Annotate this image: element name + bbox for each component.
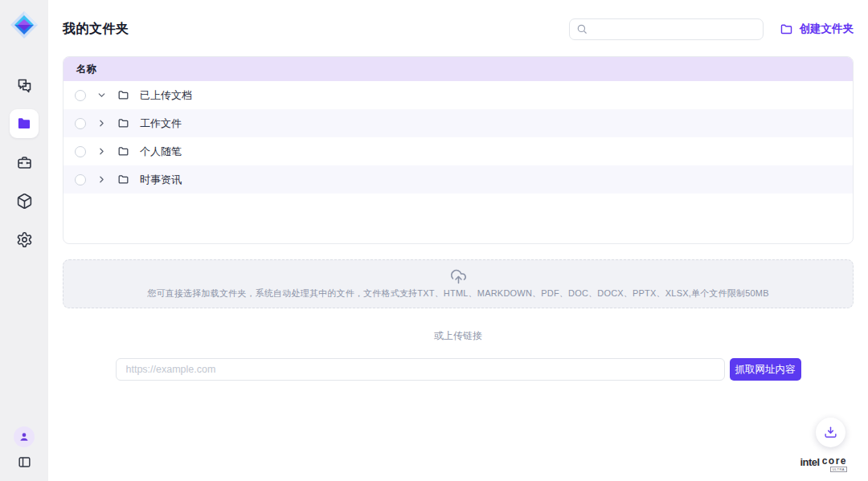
folder-outline-icon	[117, 173, 129, 185]
user-avatar[interactable]	[14, 426, 35, 447]
folder-icon	[16, 116, 32, 132]
row-checkbox[interactable]	[75, 174, 86, 185]
folder-row-label[interactable]: 时事资讯	[140, 173, 182, 187]
chat-icon	[16, 77, 33, 94]
chevron-right-icon[interactable]	[96, 174, 107, 185]
intel-core-logo: intel core ULTRA	[800, 456, 847, 472]
folder-outline-icon	[117, 117, 129, 129]
folder-row-label[interactable]: 个人随笔	[140, 145, 182, 159]
main-content: 我的文件夹 创建文件夹 名称 已上传文档	[48, 0, 868, 481]
download-fab-button[interactable]	[816, 418, 845, 447]
intel-wordmark: intel	[800, 456, 819, 468]
upload-dropzone[interactable]: 您可直接选择加载文件夹，系统自动处理其中的文件，文件格式支持TXT、HTML、M…	[63, 259, 854, 308]
sidebar-item-settings[interactable]	[10, 225, 39, 254]
cloud-upload-icon	[450, 268, 467, 285]
toolbox-icon	[16, 154, 33, 171]
folder-table: 名称 已上传文档 工作文件	[63, 56, 854, 244]
app-logo	[7, 8, 41, 42]
row-checkbox[interactable]	[75, 90, 86, 101]
diamond-logo-icon	[8, 9, 40, 41]
search-icon	[576, 23, 588, 35]
fetch-url-button[interactable]: 抓取网址内容	[730, 358, 801, 381]
table-row-personal-notes[interactable]: 个人随笔	[63, 137, 853, 165]
row-checkbox[interactable]	[75, 118, 86, 129]
page-title: 我的文件夹	[63, 21, 129, 38]
upload-hint-text: 您可直接选择加载文件夹，系统自动处理其中的文件，文件格式支持TXT、HTML、M…	[147, 287, 768, 300]
sidebar-nav	[10, 71, 39, 254]
download-icon	[824, 426, 837, 439]
core-wordmark: core	[822, 456, 847, 466]
user-icon	[18, 431, 30, 442]
sidebar-bottom	[14, 426, 35, 470]
search-input[interactable]	[592, 23, 756, 35]
sidebar-item-chat[interactable]	[10, 71, 39, 100]
folder-outline-icon	[117, 89, 129, 101]
panel-toggle-button[interactable]	[17, 455, 32, 470]
folder-row-label[interactable]: 已上传文档	[140, 88, 192, 103]
folder-outline-icon	[117, 145, 129, 157]
package-icon	[16, 193, 33, 210]
chevron-right-icon[interactable]	[96, 146, 107, 157]
sidebar	[0, 0, 48, 481]
sidebar-item-folders[interactable]	[10, 109, 39, 138]
table-row-news[interactable]: 时事资讯	[63, 165, 853, 194]
table-row-work-files[interactable]: 工作文件	[63, 109, 853, 137]
create-folder-button[interactable]: 创建文件夹	[780, 22, 854, 36]
chevron-down-icon[interactable]	[96, 90, 107, 100]
chevron-right-icon[interactable]	[96, 118, 107, 128]
search-box[interactable]	[569, 18, 764, 40]
create-folder-label: 创建文件夹	[800, 22, 854, 36]
folder-row-label[interactable]: 工作文件	[140, 116, 182, 131]
or-upload-link-label: 或上传链接	[63, 329, 854, 343]
sidebar-item-toolbox[interactable]	[10, 148, 39, 177]
settings-gear-icon	[16, 231, 33, 248]
folder-plus-icon	[780, 22, 793, 36]
url-input[interactable]	[116, 358, 725, 381]
table-row-uploaded-docs[interactable]: 已上传文档	[63, 81, 853, 109]
url-upload-row: 抓取网址内容	[63, 358, 854, 381]
row-checkbox[interactable]	[75, 146, 86, 157]
sidebar-item-package[interactable]	[10, 186, 39, 215]
topbar: 我的文件夹 创建文件夹	[63, 18, 854, 40]
ultra-badge: ULTRA	[830, 467, 847, 472]
table-header-name: 名称	[63, 57, 853, 81]
panel-toggle-icon	[17, 455, 32, 470]
